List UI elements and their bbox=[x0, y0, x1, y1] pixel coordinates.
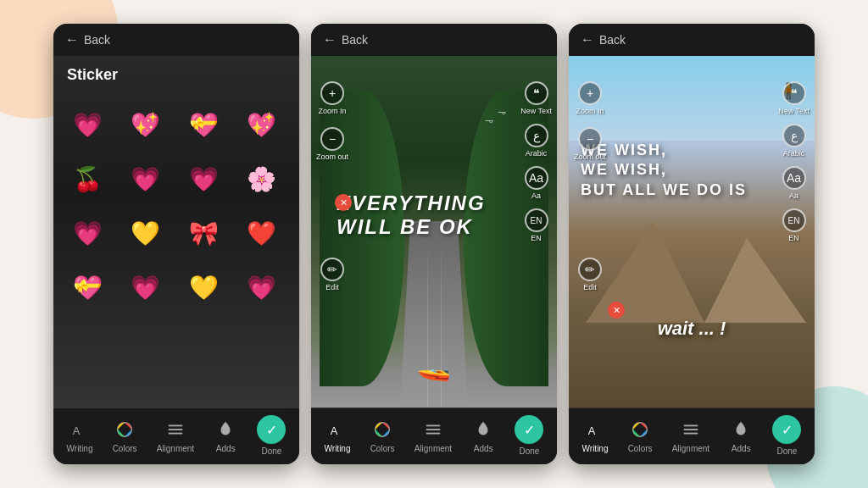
colors-label-3: Colors bbox=[628, 444, 653, 453]
sticker-2[interactable]: 💖 bbox=[122, 101, 170, 148]
back-arrow-icon-2[interactable]: ← bbox=[323, 32, 337, 47]
toolbar-adds-3[interactable]: Adds bbox=[729, 418, 753, 453]
alignment-label-3: Alignment bbox=[672, 444, 709, 453]
sticker-16[interactable]: 💗 bbox=[238, 263, 286, 311]
sticker-8[interactable]: 🌸 bbox=[238, 155, 286, 202]
colors-icon-2 bbox=[370, 418, 394, 441]
alignment-icon-3 bbox=[679, 418, 703, 441]
back-label-1[interactable]: Back bbox=[84, 33, 110, 47]
toolbar-alignment-2[interactable]: Alignment bbox=[415, 418, 452, 453]
zoom-in-group-3: + Zoom In bbox=[574, 81, 606, 115]
toolbar-done-2[interactable]: ✓ Done bbox=[515, 415, 543, 456]
text-close-btn-3[interactable]: ✕ bbox=[608, 302, 625, 319]
toolbar-alignment-1[interactable]: Alignment bbox=[157, 418, 194, 453]
screen2-right-controls: ❝ New Text ع Arabic Aa Aa EN EN bbox=[520, 81, 552, 242]
sticker-13[interactable]: 💝 bbox=[64, 263, 111, 311]
toolbar-done-1[interactable]: ✓ Done bbox=[257, 415, 286, 456]
toolbar-writing-3[interactable]: A Writing bbox=[582, 418, 609, 453]
new-text-label-3: New Text bbox=[778, 107, 810, 115]
sticker-title: Sticker bbox=[53, 56, 299, 94]
toolbar-adds-1[interactable]: Adds bbox=[214, 418, 237, 453]
edit-btn-2[interactable]: ✏ bbox=[320, 258, 344, 281]
en-btn-2[interactable]: EN bbox=[525, 208, 548, 232]
en-label-3: EN bbox=[788, 234, 799, 242]
screen2-photo: 🚤 𐃷 𐃷 EVERYTHINGWILL BE OK + Zoom In − Z… bbox=[311, 56, 557, 408]
zoom-out-btn-3[interactable]: − bbox=[578, 127, 602, 151]
sticker-15[interactable]: 💛 bbox=[180, 263, 227, 311]
aa-label-3: Aa bbox=[789, 191, 798, 200]
screen3-right-controls: ❝ New Text ع Arabic Aa Aa EN EN bbox=[778, 81, 810, 242]
edit-btn-3[interactable]: ✏ bbox=[578, 258, 602, 281]
sticker-7[interactable]: 💗 bbox=[180, 155, 227, 202]
text-overlay-wait-3[interactable]: wait ... ! bbox=[658, 318, 726, 340]
screen3-content: 🧍 WE WISH,WE WISH,BUT ALL WE DO IS wait … bbox=[569, 56, 815, 408]
back-arrow-icon-3[interactable]: ← bbox=[581, 32, 594, 47]
zoom-in-btn-3[interactable]: + bbox=[578, 81, 602, 105]
toolbar-alignment-3[interactable]: Alignment bbox=[672, 418, 709, 453]
zoom-out-btn-2[interactable]: − bbox=[320, 127, 344, 151]
zoom-in-btn-2[interactable]: + bbox=[320, 81, 344, 105]
edit-label-2: Edit bbox=[326, 283, 339, 291]
alignment-label-2: Alignment bbox=[415, 444, 452, 453]
arabic-btn-2[interactable]: ع bbox=[525, 124, 548, 147]
arabic-btn-3[interactable]: ع bbox=[782, 124, 806, 147]
screen3-header: ← Back bbox=[569, 24, 815, 56]
screen3-toolbar: A Writing Colors bbox=[569, 408, 815, 464]
screen2-toolbar: A Writing Colors bbox=[311, 408, 557, 464]
done-label-1: Done bbox=[261, 446, 281, 456]
sticker-1[interactable]: 💗 bbox=[64, 101, 111, 148]
adds-icon-1 bbox=[214, 418, 237, 441]
en-btn-3[interactable]: EN bbox=[782, 208, 806, 232]
done-button-1[interactable]: ✓ bbox=[257, 415, 286, 444]
zoom-out-group-3: − Zoom out bbox=[574, 127, 606, 161]
toolbar-done-3[interactable]: ✓ Done bbox=[772, 415, 801, 456]
colors-icon-3 bbox=[628, 418, 652, 441]
back-label-2[interactable]: Back bbox=[342, 33, 368, 47]
phone-screen-2: ← Back 🚤 𐃷 𐃷 EVERYTHINGWILL BE OK bbox=[311, 24, 557, 464]
svg-text:A: A bbox=[73, 424, 81, 437]
arabic-label-3: Arabic bbox=[783, 149, 805, 158]
screen2-left-controls: + Zoom In − Zoom out ✏ Edit bbox=[316, 81, 348, 291]
done-button-2[interactable]: ✓ bbox=[515, 415, 543, 444]
toolbar-colors-2[interactable]: Colors bbox=[370, 418, 395, 453]
new-text-btn-2[interactable]: ❝ bbox=[525, 81, 548, 105]
writing-icon-2: A bbox=[326, 418, 349, 441]
new-text-label-2: New Text bbox=[520, 107, 552, 115]
screens-container: ← Back Sticker 💗 💖 💝 💖 🍒 💗 💗 🌸 💗 💛 🎀 bbox=[53, 24, 815, 464]
sticker-9[interactable]: 💗 bbox=[64, 209, 111, 257]
sticker-6[interactable]: 💗 bbox=[122, 155, 170, 202]
en-label-2: EN bbox=[531, 234, 542, 242]
toolbar-writing-2[interactable]: A Writing bbox=[325, 418, 351, 453]
aa-btn-3[interactable]: Aa bbox=[782, 166, 806, 190]
back-arrow-icon-1[interactable]: ← bbox=[65, 32, 79, 47]
svg-text:A: A bbox=[331, 424, 338, 437]
done-button-3[interactable]: ✓ bbox=[772, 415, 801, 444]
sticker-14[interactable]: 💗 bbox=[122, 263, 170, 311]
writing-label-1: Writing bbox=[67, 444, 93, 453]
zoom-out-group-2: − Zoom out bbox=[316, 127, 348, 161]
toolbar-colors-1[interactable]: Colors bbox=[113, 418, 137, 453]
sticker-5[interactable]: 🍒 bbox=[64, 155, 111, 202]
sticker-11[interactable]: 🎀 bbox=[180, 209, 227, 257]
edit-group-2: ✏ Edit bbox=[316, 258, 348, 291]
toolbar-colors-3[interactable]: Colors bbox=[628, 418, 653, 453]
text-overlay-2[interactable]: EVERYTHINGWILL BE OK bbox=[337, 191, 486, 239]
aa-btn-2[interactable]: Aa bbox=[525, 166, 548, 190]
adds-icon-3 bbox=[729, 418, 753, 441]
aa-group-3: Aa Aa bbox=[782, 166, 806, 200]
sticker-4[interactable]: 💖 bbox=[238, 101, 286, 148]
back-label-3[interactable]: Back bbox=[599, 33, 626, 47]
bird-2: 𐃷 bbox=[485, 115, 493, 125]
toolbar-adds-2[interactable]: Adds bbox=[471, 418, 495, 453]
toolbar-writing-1[interactable]: A Writing bbox=[67, 418, 93, 453]
screen1-content: Sticker 💗 💖 💝 💖 🍒 💗 💗 🌸 💗 💛 🎀 ❤️ 💝 💗 bbox=[53, 56, 299, 408]
sticker-12[interactable]: ❤️ bbox=[238, 209, 286, 257]
sticker-10[interactable]: 💛 bbox=[122, 209, 170, 257]
sticker-3[interactable]: 💝 bbox=[180, 101, 227, 148]
writing-label-3: Writing bbox=[582, 444, 609, 453]
arabic-group-2: ع Arabic bbox=[525, 124, 548, 158]
zoom-out-label-3: Zoom out bbox=[574, 152, 606, 161]
new-text-btn-3[interactable]: ❝ bbox=[782, 81, 806, 105]
text-close-btn-2[interactable]: ✕ bbox=[335, 194, 352, 211]
phone-screen-3: ← Back 🧍 WE WISH,WE WISH,BUT ALL WE DO I… bbox=[569, 24, 815, 464]
